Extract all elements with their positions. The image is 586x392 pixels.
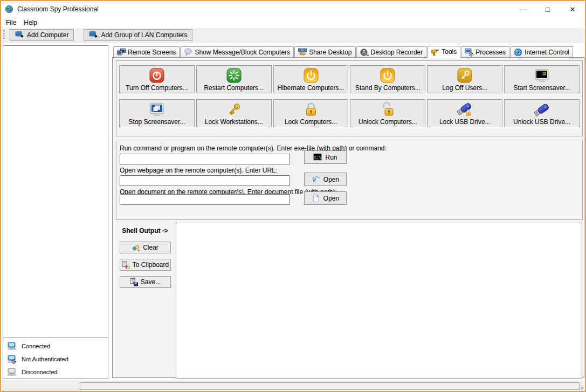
globe-icon	[514, 48, 522, 57]
padlock-closed-icon	[302, 101, 320, 118]
statusbar	[1, 381, 585, 391]
gold-key-icon	[225, 101, 243, 118]
tab-internet-control[interactable]: Internet Control	[510, 46, 573, 57]
stand-by-computers-button[interactable]: Stand By Computers...	[350, 65, 425, 93]
hibernate-computers-button[interactable]: Hibernate Computers...	[273, 65, 349, 93]
titlebar: Classroom Spy Professional — □ ✕	[1, 1, 585, 17]
menubar: File Help	[1, 17, 585, 28]
lock-usb-drive-button[interactable]: Lock USB Drive...	[427, 99, 502, 127]
tab-share-desktop[interactable]: Share Desktop	[294, 46, 355, 57]
copy-to-clipboard-icon	[121, 260, 130, 269]
remote-screens-icon	[117, 48, 126, 57]
tab-label: Internet Control	[525, 49, 569, 56]
add-computer-label: Add Computer	[27, 31, 68, 39]
save-button[interactable]: Save...	[120, 276, 171, 288]
legend-item-connected: Connected	[3, 340, 108, 353]
tab-remote-screens[interactable]: Remote Screens	[113, 46, 180, 57]
open-document-button-label: Open	[323, 195, 339, 202]
usb-icon	[533, 101, 550, 118]
open-url-button-label: Open	[323, 176, 339, 183]
share-desktop-icon	[298, 48, 307, 57]
usb-lock-icon	[456, 101, 473, 118]
sidebar: Connected Not Authenticated Disconnected	[3, 45, 108, 379]
processes-icon	[465, 48, 473, 57]
remote-exec-group: Run command or program on the remote com…	[116, 141, 583, 220]
restart-computers-button[interactable]: Restart Computers...	[196, 65, 272, 93]
maximize-button[interactable]: □	[535, 1, 560, 17]
tool-label: Start Screensaver...	[513, 84, 570, 92]
add-group-button[interactable]: Add Group of LAN Computers	[84, 29, 192, 41]
clear-button[interactable]: Clear	[120, 242, 171, 253]
turn-off-computers-button[interactable]: Turn Off Computers...	[119, 65, 195, 93]
screensaver-stop-icon	[148, 101, 166, 118]
menu-help[interactable]: Help	[20, 18, 41, 27]
eraser-icon	[132, 243, 140, 252]
legend-label: Connected	[22, 343, 50, 349]
lock-workstations-button[interactable]: Lock Workstations...	[196, 99, 272, 127]
save-icon	[129, 278, 138, 286]
computer-connected-icon	[6, 342, 17, 351]
tool-label: Restart Computers...	[204, 84, 264, 92]
to-clipboard-button[interactable]: To Clipboard	[120, 259, 171, 271]
shell-output-controls: Shell Output -> Clear To Clipboard	[114, 223, 176, 288]
computer-not-authenticated-icon	[6, 355, 17, 364]
run-command-input[interactable]	[120, 154, 290, 164]
screensaver-start-icon	[533, 67, 550, 84]
tool-label: Turn Off Computers...	[126, 84, 188, 92]
key-amber-square-icon	[456, 67, 473, 84]
legend-label: Disconnected	[22, 369, 58, 375]
tab-desktop-recorder[interactable]: Desktop Recorder	[356, 46, 427, 57]
computer-disconnected-icon	[6, 368, 17, 377]
open-url-button[interactable]: e Open	[304, 173, 347, 186]
close-button[interactable]: ✕	[560, 1, 585, 17]
to-clipboard-button-label: To Clipboard	[133, 261, 169, 269]
tool-label: Unlock Computers...	[359, 118, 417, 126]
add-group-icon	[89, 31, 98, 39]
menu-file[interactable]: File	[2, 18, 20, 27]
add-group-label: Add Group of LAN Computers	[101, 31, 187, 39]
open-document-input[interactable]	[120, 194, 290, 205]
toolbar-gripper[interactable]	[3, 30, 5, 40]
status-legend: Connected Not Authenticated Disconnected	[3, 338, 108, 379]
legend-item-not-authenticated: Not Authenticated	[3, 353, 108, 366]
app-globe-icon	[5, 5, 13, 13]
log-off-users-button[interactable]: Log Off Users...	[427, 65, 502, 93]
open-url-label: Open webpage on the remote computer(s). …	[120, 167, 277, 174]
open-document-button[interactable]: Open	[304, 191, 347, 205]
tab-processes[interactable]: Processes	[461, 46, 509, 57]
legend-label: Not Authenticated	[22, 356, 68, 362]
unlock-usb-drive-button[interactable]: Unlock USB Drive...	[504, 99, 580, 127]
drill-tool-icon	[431, 47, 439, 56]
start-screensaver-button[interactable]: Start Screensaver...	[504, 65, 580, 93]
tool-label: Hibernate Computers...	[278, 84, 344, 92]
unlock-computers-button[interactable]: Unlock Computers...	[350, 99, 425, 127]
tabstrip: Remote Screens Show Message/Block Comput…	[112, 45, 584, 57]
tab-tools[interactable]: Tools	[427, 46, 460, 58]
content-area: Remote Screens Show Message/Block Comput…	[112, 45, 584, 379]
status-panel	[80, 382, 580, 390]
cmd-prompt-icon: C:\	[313, 153, 322, 162]
tab-label: Show Message/Block Computers	[195, 49, 290, 56]
tool-label: Lock Computers...	[285, 118, 337, 126]
app-window: Classroom Spy Professional — □ ✕ File He…	[0, 0, 586, 392]
computer-list[interactable]	[3, 45, 108, 338]
add-computer-button[interactable]: Add Computer	[10, 29, 74, 41]
open-url-input[interactable]	[120, 175, 290, 186]
legend-item-disconnected: Disconnected	[3, 366, 108, 379]
shell-output-title: Shell Output ->	[122, 227, 168, 235]
restart-green-icon	[225, 67, 243, 84]
tab-label: Remote Screens	[128, 49, 176, 56]
minimize-button[interactable]: —	[511, 1, 535, 17]
run-button[interactable]: C:\ Run	[304, 150, 347, 164]
browser-e-icon: e	[312, 175, 320, 184]
tool-label: Lock USB Drive...	[439, 118, 491, 126]
tab-label: Tools	[442, 48, 457, 56]
tab-show-message-block[interactable]: Show Message/Block Computers	[180, 46, 294, 57]
add-computer-icon	[15, 31, 24, 39]
shell-output-area[interactable]	[176, 223, 582, 379]
power-orange-icon	[302, 67, 320, 84]
padlock-open-icon	[379, 101, 396, 118]
lock-computers-button[interactable]: Lock Computers...	[273, 99, 349, 127]
tool-label: Lock Workstations...	[205, 118, 263, 126]
stop-screensaver-button[interactable]: Stop Screensaver...	[119, 99, 195, 127]
